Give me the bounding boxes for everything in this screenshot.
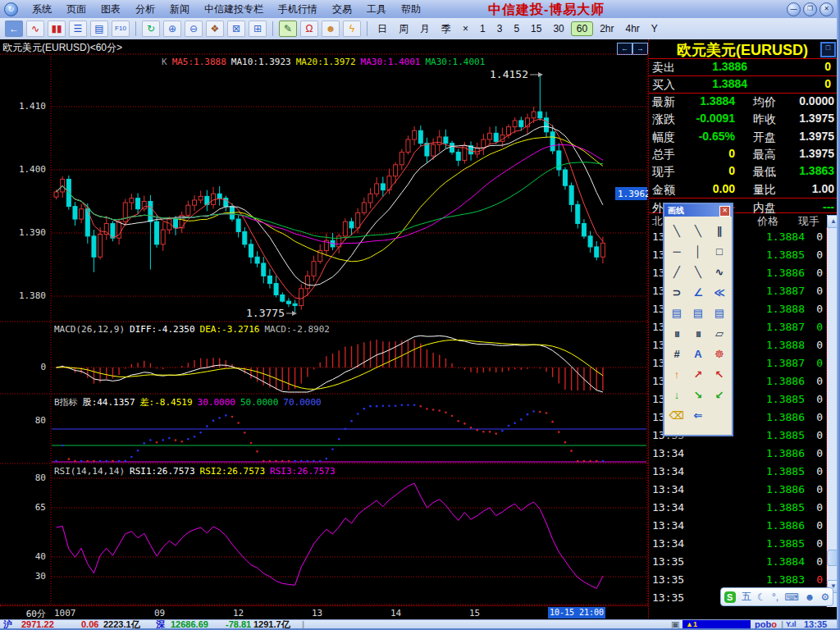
menu-item-页面[interactable]: 页面 (59, 2, 94, 16)
input-method-bar[interactable]: S五☾°,⌨☻⚙ (720, 587, 833, 606)
period-button-30[interactable]: 30 (548, 22, 568, 35)
f10-icon[interactable]: F10 (112, 21, 130, 37)
close-button[interactable]: ✕ (819, 2, 833, 16)
period-button-周[interactable]: 周 (394, 21, 413, 37)
sogou-logo[interactable]: S (724, 591, 736, 603)
quote-list-icon[interactable]: ☰ (69, 21, 87, 37)
users-icon[interactable]: ☻ (322, 21, 340, 37)
menu-item-图表[interactable]: 图表 (94, 2, 128, 16)
period-button-月[interactable]: 月 (415, 21, 435, 37)
back-icon[interactable]: ← (5, 21, 23, 37)
candle-chart-icon[interactable]: ▮▮ (48, 21, 66, 37)
menu-item-新闻[interactable]: 新闻 (162, 2, 197, 16)
vertical-line-tool[interactable]: │ (687, 241, 709, 262)
gann-fan-tool[interactable]: ≪ (709, 282, 730, 303)
flash-icon[interactable]: ϟ (343, 21, 361, 37)
horizontal-line-tool[interactable]: ─ (666, 241, 687, 262)
wrench-icon[interactable]: ⚙ (821, 591, 830, 603)
curve-tool[interactable]: ∿ (709, 262, 730, 282)
arc-tool[interactable]: ⊃ (666, 282, 687, 303)
arrow-ne-tool[interactable]: ↗ (687, 364, 709, 385)
percent-lines-tool[interactable]: ▤ (687, 303, 709, 323)
text-tool[interactable]: A (687, 344, 709, 364)
menu-item-工具[interactable]: 工具 (359, 2, 394, 16)
period-button-2hr[interactable]: 2hr (595, 22, 619, 35)
period-button-15[interactable]: 15 (526, 22, 546, 35)
time-lines-tool[interactable]: |||| (666, 323, 687, 344)
cycle-circle-tool[interactable]: ☸ (709, 344, 730, 364)
period-button-3[interactable]: 3 (492, 22, 508, 35)
period-button-季[interactable]: 季 (436, 21, 456, 37)
app-icon[interactable]: ↻ (4, 2, 18, 16)
cycle-lines-tool[interactable]: |||| (687, 323, 709, 344)
period-button-1[interactable]: 1 (475, 22, 491, 35)
chart-area[interactable]: 欧元美元(EURUSD)<60分> ← → KMA5:1.3888MA10:1.… (0, 39, 648, 620)
period-button-5[interactable]: 5 (509, 22, 524, 35)
period-button-Y[interactable]: Y (646, 22, 663, 35)
tick-row[interactable]: 13:341.38860 (649, 445, 826, 463)
menu-item-帮助[interactable]: 帮助 (394, 2, 428, 16)
period-button-日[interactable]: 日 (372, 21, 392, 37)
tick-row[interactable]: 13:341.38850 (649, 535, 826, 553)
arrow-nw-tool[interactable]: ↖ (709, 364, 730, 385)
regression-channel-tool[interactable]: # (666, 344, 687, 364)
menu-item-中信建投专栏[interactable]: 中信建投专栏 (197, 2, 271, 16)
undo-tool[interactable]: ⇐ (687, 405, 709, 426)
menu-item-交易[interactable]: 交易 (325, 2, 359, 16)
refresh-icon[interactable]: ↻ (142, 21, 160, 37)
palette-title-bar[interactable]: 画线 ✕ (664, 204, 732, 217)
arrow-down-tool[interactable]: ↓ (666, 385, 687, 405)
quote-row: 总手0最高1.3975 (649, 145, 840, 162)
user-icon[interactable]: ☻ (805, 591, 815, 603)
report-icon[interactable]: ▤ (90, 21, 108, 37)
wubi-mode-icon[interactable]: 五 (742, 590, 751, 604)
keyboard-icon[interactable]: ⌨ (784, 591, 798, 603)
drag-icon[interactable]: ❖ (206, 21, 224, 37)
line-tool[interactable]: ╲ (666, 221, 687, 241)
segment-tool[interactable]: ╲ (687, 221, 709, 241)
line-chart-icon[interactable]: ∿ (26, 21, 44, 37)
jump-icon[interactable]: ⊞ (249, 21, 267, 37)
drawing-palette-window[interactable]: 画线 ✕ ╲╲∥─│□╱╲∿⊃∠≪▤▤▤||||||||▱#A☸↑↗↖↓↘↙⌫⇐ (663, 203, 733, 436)
tick-row[interactable]: 13:341.38850 (649, 499, 826, 517)
tick-row[interactable]: 13:351.38840 (649, 553, 826, 571)
chart-canvas[interactable]: 1.41521.37751.3962 (0, 39, 648, 605)
alarm-icon[interactable]: Ω (300, 21, 318, 37)
tick-row[interactable]: 13:341.38860 (649, 481, 826, 499)
arrow-se-tool[interactable]: ↘ (687, 385, 709, 405)
period-button-4hr[interactable]: 4hr (621, 22, 645, 35)
arrow-up-tool[interactable]: ↑ (666, 364, 687, 385)
tick-cell: 13:34 (652, 483, 684, 495)
palette-close-button[interactable]: ✕ (719, 206, 730, 217)
fibonacci-lines-tool[interactable]: ▤ (709, 303, 730, 323)
minimize-button[interactable]: — (787, 2, 801, 16)
next-window-icon[interactable]: ⊠ (227, 21, 245, 37)
rectangle-tool[interactable]: □ (709, 241, 730, 262)
zoom-out-icon[interactable]: ⊖ (185, 21, 203, 37)
panel-restore-button[interactable]: □ (820, 42, 836, 57)
period-button-60[interactable]: 60 (571, 21, 593, 36)
menu-item-手机行情[interactable]: 手机行情 (271, 2, 325, 16)
tick-cell: 0 (780, 321, 823, 333)
tick-row[interactable]: 13:351.38830 (649, 571, 826, 589)
cursor-time-box: 10-15 21:00 (548, 607, 605, 619)
punctuation-icon[interactable]: °, (772, 591, 778, 603)
eraser-tool[interactable]: ⌫ (666, 405, 687, 426)
draw-icon[interactable]: ✎ (279, 21, 297, 37)
arrow-sw-tool[interactable]: ↙ (709, 385, 730, 405)
menu-item-系统[interactable]: 系统 (25, 2, 59, 16)
tick-row[interactable]: 13:341.38860 (649, 517, 826, 535)
restore-button[interactable]: ❐ (803, 2, 817, 16)
moon-icon[interactable]: ☾ (757, 591, 766, 603)
parallel-lines-tool[interactable]: ∥ (709, 221, 730, 241)
angle-line-tool[interactable]: ∠ (687, 282, 709, 303)
channel-tool[interactable]: ▱ (709, 323, 730, 344)
ray-tool[interactable]: ╱ (666, 262, 687, 282)
menu-item-分析[interactable]: 分析 (128, 2, 162, 16)
tick-row[interactable]: 13:341.38850 (649, 463, 826, 481)
zoom-in-icon[interactable]: ⊕ (163, 21, 181, 37)
trend-line-tool[interactable]: ╲ (687, 262, 709, 282)
period-button-×[interactable]: × (458, 22, 473, 35)
toolbar-separator (135, 21, 136, 36)
gann-grid-tool[interactable]: ▤ (666, 303, 687, 323)
